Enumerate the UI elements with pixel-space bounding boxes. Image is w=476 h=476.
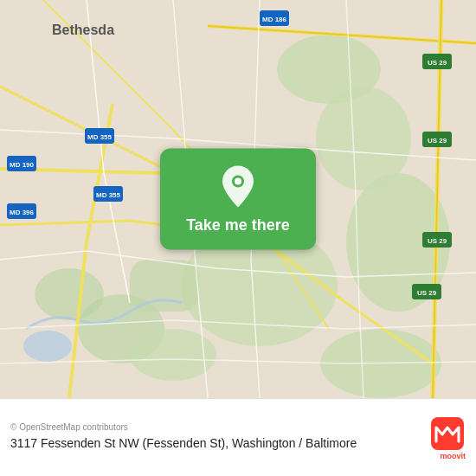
svg-rect-6 <box>130 260 199 312</box>
svg-point-10 <box>23 331 72 362</box>
svg-text:US 29: US 29 <box>428 137 447 145</box>
bethesda-label: Bethesda <box>52 23 114 37</box>
osm-attribution: © OpenStreetMap contributors <box>10 422 421 432</box>
svg-text:MD 190: MD 190 <box>10 161 35 169</box>
svg-text:MD 355: MD 355 <box>87 133 113 141</box>
map-container: Bethesda MD 186 MD 355 MD 355 MD 190 MD … <box>0 0 476 398</box>
svg-text:MD 355: MD 355 <box>96 191 121 199</box>
moovit-icon <box>429 415 466 452</box>
take-me-there-button[interactable]: Take me there <box>160 149 316 250</box>
footer: © OpenStreetMap contributors 3117 Fessen… <box>0 398 476 476</box>
address-line: 3117 Fessenden St NW (Fessenden St), Was… <box>10 435 421 453</box>
footer-text-block: © OpenStreetMap contributors 3117 Fessen… <box>10 422 421 453</box>
svg-point-7 <box>35 268 104 320</box>
cta-label: Take me there <box>186 216 290 235</box>
location-pin-icon <box>219 164 257 209</box>
svg-text:US 29: US 29 <box>428 237 447 245</box>
moovit-wordmark: moovit <box>440 452 466 460</box>
svg-text:US 29: US 29 <box>417 289 437 297</box>
svg-text:MD 186: MD 186 <box>262 16 287 23</box>
svg-point-30 <box>235 178 241 185</box>
moovit-logo: moovit <box>429 415 466 460</box>
svg-text:MD 396: MD 396 <box>10 209 35 216</box>
svg-text:US 29: US 29 <box>428 59 447 67</box>
